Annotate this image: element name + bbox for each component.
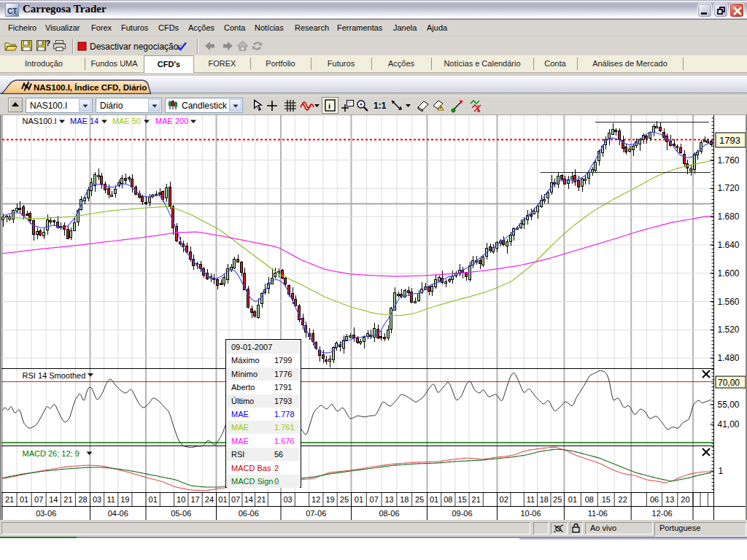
- svg-text:18: 18: [400, 495, 409, 504]
- svg-text:25: 25: [553, 495, 562, 504]
- svg-text:11-06: 11-06: [588, 509, 608, 518]
- svg-text:21: 21: [472, 495, 481, 504]
- svg-text:01: 01: [218, 495, 227, 504]
- svg-text:25: 25: [340, 495, 349, 504]
- svg-text:41,00: 41,00: [718, 419, 740, 429]
- svg-text:55,00: 55,00: [718, 400, 740, 410]
- svg-text:15: 15: [457, 495, 466, 504]
- svg-text:11: 11: [107, 495, 115, 504]
- svg-text:13: 13: [384, 495, 393, 504]
- svg-text:01: 01: [20, 495, 28, 504]
- svg-text:1:1: 1:1: [374, 101, 387, 111]
- svg-text:17: 17: [190, 495, 199, 504]
- svg-text:22: 22: [619, 495, 627, 504]
- svg-text:08-06: 08-06: [379, 509, 399, 518]
- svg-text:12-06: 12-06: [652, 509, 673, 518]
- svg-text:07: 07: [370, 495, 379, 504]
- svg-text:18: 18: [540, 495, 549, 504]
- svg-text:MAE 14: MAE 14: [70, 117, 98, 125]
- svg-text:1793: 1793: [719, 135, 740, 146]
- svg-text:NAS100.I, Índice CFD, Diário: NAS100.I, Índice CFD, Diário: [34, 83, 147, 92]
- svg-text:20: 20: [681, 495, 689, 504]
- svg-text:07: 07: [231, 495, 240, 504]
- svg-text:24: 24: [205, 495, 214, 504]
- svg-text:NAS100.I: NAS100.I: [23, 117, 57, 125]
- svg-text:04-06: 04-06: [108, 509, 128, 518]
- svg-text:21: 21: [257, 495, 266, 504]
- svg-text:07: 07: [34, 495, 43, 504]
- svg-text:MAE 50: MAE 50: [112, 117, 141, 125]
- svg-text:01: 01: [430, 495, 438, 504]
- svg-text:?: ?: [46, 39, 51, 47]
- svg-text:21: 21: [63, 495, 72, 504]
- svg-text:03: 03: [93, 495, 101, 504]
- svg-text:28: 28: [78, 495, 87, 504]
- svg-text:10: 10: [177, 495, 185, 504]
- svg-text:11: 11: [527, 495, 535, 504]
- svg-text:70,00: 70,00: [718, 378, 740, 388]
- svg-text:MAE 200: MAE 200: [155, 117, 188, 125]
- svg-text:1.640: 1.640: [718, 240, 740, 250]
- svg-text:08: 08: [585, 495, 594, 504]
- svg-text:06: 06: [650, 495, 659, 504]
- svg-text:01: 01: [149, 495, 158, 504]
- svg-text:RSI 14 Smoothed: RSI 14 Smoothed: [23, 371, 86, 380]
- svg-text:1.720: 1.720: [718, 183, 740, 193]
- svg-text:07-06: 07-06: [306, 509, 326, 518]
- svg-text:MACD 26; 12; 9: MACD 26; 12; 9: [23, 449, 80, 458]
- svg-text:1.560: 1.560: [718, 297, 740, 307]
- svg-text:14: 14: [244, 495, 253, 504]
- svg-text:01: 01: [568, 495, 577, 504]
- svg-text:08: 08: [444, 495, 452, 504]
- svg-text:1: 1: [719, 466, 724, 476]
- svg-text:14: 14: [49, 495, 58, 504]
- svg-text:05-06: 05-06: [171, 509, 191, 518]
- svg-text:1.760: 1.760: [718, 155, 740, 166]
- svg-text:06-06: 06-06: [239, 509, 259, 518]
- svg-text:10-06: 10-06: [520, 509, 541, 518]
- svg-text:13: 13: [665, 495, 674, 504]
- svg-text:15: 15: [602, 495, 611, 504]
- svg-text:1.520: 1.520: [718, 324, 740, 335]
- svg-text:25: 25: [415, 495, 424, 504]
- svg-text:i: i: [328, 101, 330, 110]
- svg-text:01: 01: [355, 495, 363, 504]
- svg-text:1.680: 1.680: [718, 211, 740, 222]
- svg-text:02: 02: [500, 495, 508, 504]
- svg-text:21: 21: [5, 495, 14, 504]
- svg-text:09-06: 09-06: [452, 509, 472, 518]
- svg-text:03-06: 03-06: [36, 509, 56, 518]
- svg-text:19: 19: [120, 495, 129, 504]
- svg-text:19: 19: [325, 495, 334, 504]
- svg-text:1.480: 1.480: [718, 353, 740, 363]
- svg-text:12: 12: [311, 495, 320, 504]
- svg-text:03: 03: [283, 495, 292, 504]
- svg-text:1.600: 1.600: [718, 268, 740, 279]
